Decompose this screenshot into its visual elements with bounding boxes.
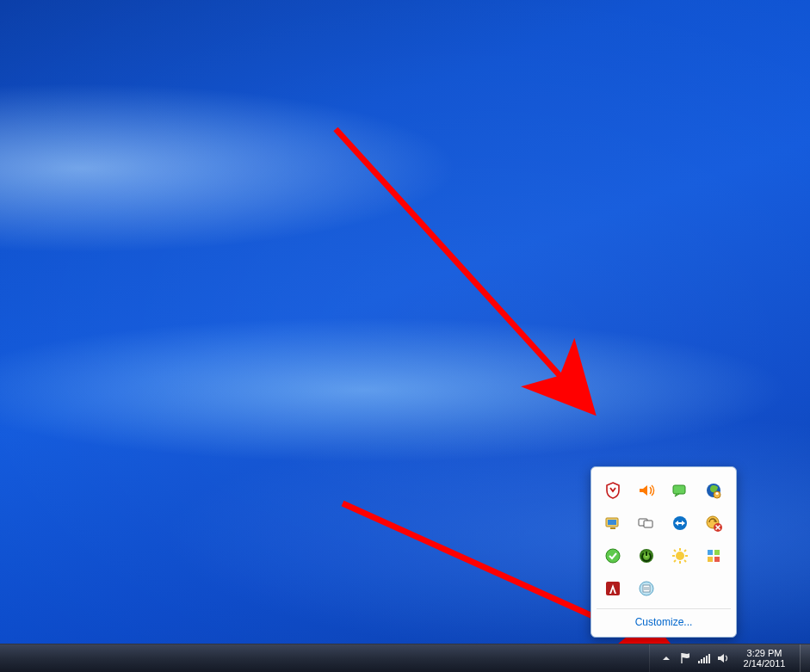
svg-point-12 [707, 516, 719, 528]
widgets-icon[interactable] [701, 543, 727, 569]
action-center-flag-icon[interactable] [677, 650, 693, 666]
svg-rect-37 [706, 656, 708, 663]
svg-rect-31 [643, 585, 650, 592]
svg-rect-35 [701, 659, 702, 663]
svg-rect-6 [606, 518, 618, 527]
mcafee-shield-icon[interactable] [600, 478, 626, 503]
svg-point-30 [640, 582, 653, 595]
chat-icon[interactable] [667, 478, 693, 503]
dual-monitor-icon[interactable] [634, 510, 659, 536]
desktop[interactable]: Customize... 3:29 PM 2/14/2011 [0, 0, 810, 672]
team-viewer-icon[interactable] [667, 510, 693, 536]
clock-time: 3:29 PM [747, 648, 782, 658]
check-ok-icon[interactable] [600, 543, 626, 569]
taskbar: 3:29 PM 2/14/2011 [0, 644, 810, 672]
popup-icon-grid [597, 472, 731, 608]
system-tray-overflow-popup: Customize... [590, 466, 737, 638]
svg-rect-36 [703, 657, 705, 663]
volume-mixer-icon[interactable] [634, 478, 659, 503]
weather-sun-icon[interactable] [667, 543, 693, 569]
svg-rect-2 [673, 485, 685, 494]
svg-line-0 [336, 129, 592, 411]
svg-point-3 [707, 484, 720, 497]
svg-point-13 [714, 523, 722, 532]
show-desktop-button[interactable] [800, 644, 810, 672]
show-hidden-icons-button[interactable] [659, 650, 674, 666]
svg-line-24 [674, 560, 676, 562]
svg-rect-9 [639, 519, 647, 526]
svg-rect-34 [698, 661, 700, 663]
system-tray: 3:29 PM 2/14/2011 [649, 644, 800, 672]
customize-link[interactable]: Customize... [597, 609, 731, 637]
svg-point-16 [676, 552, 684, 560]
adobe-icon[interactable] [600, 576, 626, 601]
network-signal-icon[interactable] [696, 650, 712, 666]
taskbar-clock[interactable]: 3:29 PM 2/14/2011 [734, 648, 795, 669]
svg-point-15 [640, 549, 653, 563]
svg-point-5 [716, 492, 719, 495]
svg-rect-26 [714, 550, 720, 555]
svg-rect-28 [714, 557, 720, 562]
user-globe-icon[interactable] [701, 478, 727, 503]
notes-icon[interactable] [634, 576, 659, 601]
svg-line-22 [684, 560, 686, 562]
svg-line-23 [684, 550, 686, 552]
svg-rect-8 [610, 527, 615, 529]
clock-date: 2/14/2011 [744, 658, 786, 669]
svg-rect-10 [644, 521, 652, 527]
svg-rect-38 [708, 654, 710, 663]
volume-icon[interactable] [715, 650, 731, 666]
svg-line-21 [674, 550, 676, 552]
svg-rect-7 [608, 520, 616, 525]
svg-rect-27 [708, 557, 713, 562]
svg-point-11 [673, 516, 687, 530]
svg-rect-29 [606, 582, 620, 595]
power-icon[interactable] [634, 543, 659, 569]
svg-point-4 [714, 491, 720, 498]
svg-point-14 [606, 549, 620, 563]
update-error-icon[interactable] [701, 510, 727, 536]
svg-rect-25 [708, 550, 713, 555]
display-icon[interactable] [600, 510, 626, 536]
